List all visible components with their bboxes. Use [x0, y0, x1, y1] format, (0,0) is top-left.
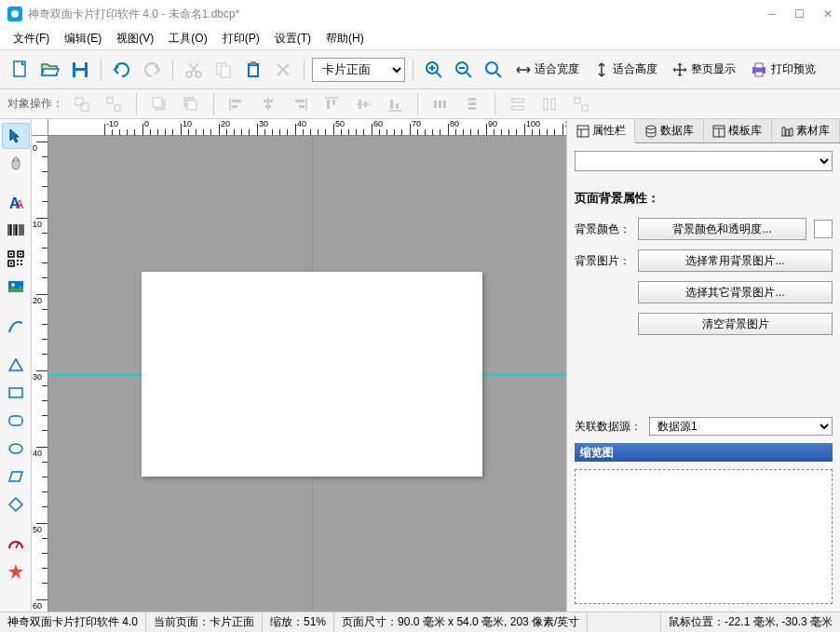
bg-img-clear-button[interactable]: 清空背景图片	[638, 313, 833, 335]
element-select[interactable]	[575, 151, 833, 171]
bg-color-swatch[interactable]	[814, 220, 833, 238]
svg-point-63	[11, 283, 15, 287]
minimize-button[interactable]: ─	[767, 7, 776, 20]
same-size-button	[568, 91, 594, 117]
svg-rect-55	[20, 253, 21, 255]
text-tool[interactable]: AA	[2, 190, 30, 216]
tab-assets[interactable]: 素材库	[772, 119, 840, 142]
vertical-ruler[interactable]: 0102030405060	[32, 136, 48, 612]
align-bottom-button	[382, 91, 408, 117]
svg-rect-20	[107, 98, 113, 103]
pan-tool[interactable]	[2, 151, 30, 177]
status-zoom: 缩放：51%	[263, 612, 334, 632]
card-side-select[interactable]: 卡片正面	[312, 58, 405, 82]
align-top-button	[318, 91, 345, 117]
open-button[interactable]	[37, 57, 63, 83]
svg-rect-40	[443, 101, 446, 108]
datasource-select[interactable]: 数据源1	[649, 417, 833, 436]
preview-header: 缩览图	[575, 443, 833, 462]
zoom-reset-button[interactable]	[481, 57, 507, 83]
svg-rect-23	[153, 98, 162, 107]
zoom-out-button[interactable]	[451, 57, 477, 83]
copy-button[interactable]	[210, 57, 237, 83]
parallelogram-tool[interactable]	[2, 464, 30, 490]
redo-button[interactable]	[139, 57, 165, 83]
diamond-tool[interactable]	[2, 491, 30, 518]
barcode-tool[interactable]	[2, 218, 30, 244]
close-button[interactable]: ✕	[823, 7, 833, 20]
tool-sidebar: AA	[0, 119, 32, 612]
svg-rect-3	[75, 62, 85, 68]
undo-button[interactable]	[109, 57, 135, 83]
svg-rect-45	[512, 106, 523, 110]
bg-img-common-button[interactable]: 选择常用背景图片...	[638, 249, 833, 272]
save-button[interactable]	[67, 57, 93, 83]
right-panel: 属性栏 数据库 模板库 素材库 页面背景属性： 背景颜色： 背景颜色和透明度..…	[566, 119, 840, 612]
line-tool[interactable]	[2, 313, 30, 339]
bg-img-other-button[interactable]: 选择其它背景图片...	[638, 281, 833, 303]
main-toolbar: 卡片正面 适合宽度 适合高度 整页显示 打印预览	[0, 50, 840, 89]
svg-rect-43	[468, 107, 476, 110]
rounded-rect-tool[interactable]	[2, 408, 30, 434]
menu-settings[interactable]: 设置(T)	[269, 29, 317, 48]
fit-height-button[interactable]: 适合高度	[589, 60, 663, 79]
svg-rect-65	[9, 416, 22, 425]
svg-rect-31	[299, 105, 305, 108]
menu-view[interactable]: 视图(V)	[111, 29, 159, 48]
image-tool[interactable]	[2, 274, 30, 300]
svg-rect-8	[221, 66, 230, 77]
tab-properties[interactable]: 属性栏	[567, 119, 635, 143]
qrcode-tool[interactable]	[2, 246, 30, 272]
svg-rect-46	[544, 99, 548, 110]
svg-rect-35	[364, 101, 367, 107]
canvas-area[interactable]: -100102030405060708090100110 01020304050…	[32, 119, 566, 612]
triangle-tool[interactable]	[2, 352, 30, 378]
tab-templates[interactable]: 模板库	[704, 119, 772, 142]
delete-button[interactable]	[270, 57, 296, 83]
bg-color-button[interactable]: 背景颜色和透明度...	[638, 218, 806, 240]
tab-database[interactable]: 数据库	[635, 119, 703, 142]
full-page-button[interactable]: 整页显示	[667, 60, 741, 79]
zoom-in-button[interactable]	[421, 57, 447, 83]
svg-rect-11	[251, 61, 256, 65]
object-toolbar: 对象操作：	[0, 89, 840, 119]
svg-point-66	[9, 444, 22, 453]
menu-edit[interactable]: 编辑(E)	[59, 29, 107, 48]
star-tool[interactable]	[2, 558, 30, 585]
menu-file[interactable]: 文件(F)	[7, 29, 55, 48]
gauge-tool[interactable]	[2, 531, 30, 557]
status-size: 页面尺寸：90.0 毫米 x 54.0 毫米, 203 像素/英寸	[334, 612, 588, 632]
svg-rect-19	[81, 103, 88, 111]
new-button[interactable]	[7, 57, 34, 83]
svg-rect-53	[10, 253, 12, 255]
fit-width-button[interactable]: 适合宽度	[510, 60, 585, 79]
svg-rect-44	[512, 99, 523, 102]
svg-rect-64	[9, 388, 22, 397]
maximize-button[interactable]: ☐	[794, 7, 805, 20]
titlebar: 神奇双面卡片打印软件 4.0 - 未命名1.dbcp* ─ ☐ ✕	[0, 0, 840, 28]
align-left-button	[224, 91, 250, 117]
svg-text:A: A	[16, 198, 23, 211]
paste-button[interactable]	[240, 57, 266, 83]
horizontal-ruler[interactable]: -100102030405060708090100110	[48, 119, 566, 136]
rect-tool[interactable]	[2, 380, 30, 406]
menu-print[interactable]: 打印(P)	[217, 29, 265, 48]
obj-toolbar-label: 对象操作：	[7, 96, 63, 112]
canvas[interactable]	[48, 136, 566, 612]
ellipse-tool[interactable]	[2, 436, 30, 462]
menu-help[interactable]: 帮助(H)	[320, 29, 370, 48]
card-page[interactable]	[142, 272, 482, 477]
bg-color-label: 背景颜色：	[575, 222, 630, 237]
window-title: 神奇双面卡片打印软件 4.0 - 未命名1.dbcp*	[28, 7, 239, 22]
svg-rect-30	[295, 100, 305, 102]
ungroup-button	[101, 91, 127, 117]
svg-rect-57	[10, 262, 12, 264]
menubar: 文件(F) 编辑(E) 视图(V) 工具(O) 打印(P) 设置(T) 帮助(H…	[0, 28, 840, 50]
print-preview-button[interactable]: 打印预览	[745, 60, 821, 79]
menu-tools[interactable]: 工具(O)	[163, 29, 212, 48]
select-tool[interactable]	[2, 123, 30, 149]
cut-button[interactable]	[181, 57, 207, 83]
align-center-v-button	[350, 91, 376, 117]
svg-rect-33	[332, 100, 335, 105]
status-app: 神奇双面卡片打印软件 4.0	[0, 612, 146, 632]
